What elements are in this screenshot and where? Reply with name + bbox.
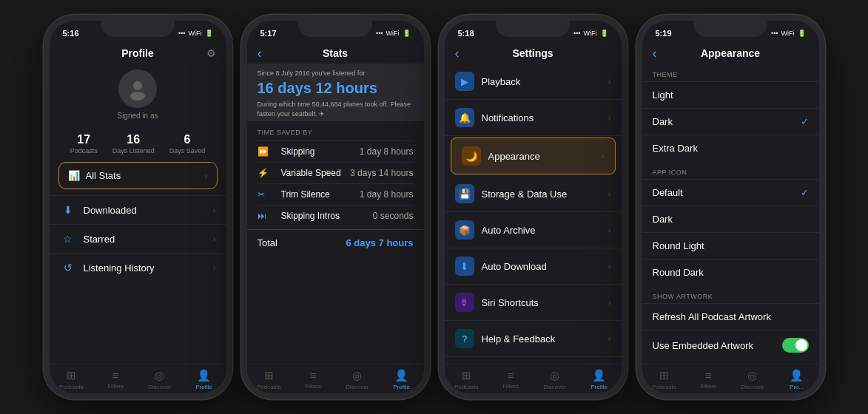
back-button[interactable]: ‹ [653, 46, 657, 61]
settings-item-opml[interactable]: ↔ Import/Export OPML › [445, 357, 622, 364]
menu-item-label: Downloaded [84, 205, 213, 216]
status-icons: ••• WiFi 🔋 [178, 30, 212, 37]
settings-item-siri[interactable]: 🎙 Siri Shortcuts › [445, 285, 622, 321]
icon-dark[interactable]: Dark [642, 206, 819, 232]
tab-podcasts[interactable]: ⊞ Podcasts [50, 369, 94, 390]
archive-icon: 📦 [455, 220, 474, 240]
icon-item-label: Round Light [653, 240, 809, 251]
settings-menu-label: Auto Archive [482, 225, 608, 236]
appearance-icon: 🌙 [462, 146, 481, 166]
all-stats-button[interactable]: 📊 All Stats › [58, 162, 218, 189]
tab-filters[interactable]: ≡ Filters [93, 369, 138, 390]
settings-item-storage[interactable]: 💾 Storage & Data Use › [445, 176, 622, 212]
settings-item-appearance[interactable]: 🌙 Appearance › [451, 138, 616, 174]
skip-icon: ⏩ [258, 146, 275, 157]
tab-profile[interactable]: 👤 Profile [577, 369, 622, 390]
tab-filters[interactable]: ≡ Filters [291, 369, 335, 390]
tab-discover[interactable]: ◎ Discover [730, 369, 775, 390]
tab-label: Pro... [790, 384, 804, 390]
embedded-artwork-toggle[interactable] [782, 338, 809, 353]
tab-label: Discover [148, 384, 171, 390]
theme-dark[interactable]: Dark ✓ [642, 108, 819, 135]
back-button[interactable]: ‹ [455, 46, 460, 61]
settings-item-auto-archive[interactable]: 📦 Auto Archive › [445, 212, 622, 248]
battery-icon: 🔋 [205, 30, 213, 37]
playback-icon: ▶ [455, 72, 474, 91]
tab-profile[interactable]: 👤 Pro... [775, 369, 819, 390]
settings-item-help[interactable]: ? Help & Feedback › [445, 321, 622, 357]
discover-tab-icon: ◎ [155, 369, 164, 382]
tab-podcasts[interactable]: ⊞ Podcasts [445, 369, 489, 390]
stat-num: 16 [127, 133, 140, 146]
theme-item-label: Extra Dark [653, 143, 809, 154]
download-icon: ⬇ [455, 257, 474, 276]
signed-in-label: Signed in as [117, 112, 158, 120]
history-icon: ↺ [60, 262, 76, 274]
stat-days-listened: 16 Days Listened [112, 133, 155, 155]
back-button[interactable]: ‹ [258, 46, 262, 61]
download-icon: ⬇ [60, 204, 76, 216]
settings-screen: ‹ Settings ▶ Playback › 🔔 Notifications … [445, 41, 622, 393]
total-row: Total 6 days 7 hours [247, 229, 424, 256]
settings-item-notifications[interactable]: 🔔 Notifications › [445, 100, 622, 136]
appearance-screen: ‹ Appearance THEME Light Dark ✓ Extra Da… [642, 41, 819, 393]
filters-tab-icon: ≡ [112, 369, 119, 381]
tab-podcasts[interactable]: ⊞ Podcasts [247, 369, 292, 390]
phone-profile: 5:16 ••• WiFi 🔋 Profile ⚙ Signed in as 1… [44, 15, 232, 399]
icon-default[interactable]: Default ✓ [642, 179, 819, 206]
stat-row-skipping-intros: ⏭ Skipping Intros 0 seconds [258, 205, 414, 226]
stat-row-name: Variable Speed [281, 168, 351, 178]
svg-point-0 [133, 81, 142, 90]
podcasts-tab-icon: ⊞ [67, 369, 76, 382]
wifi-icon: WiFi [781, 30, 795, 37]
discover-tab-icon: ◎ [352, 369, 362, 382]
stat-label: Days Listened [112, 147, 155, 155]
menu-item-downloaded[interactable]: ⬇ Downloaded › [50, 195, 226, 224]
artwork-embedded[interactable]: Use Embedded Artwork [642, 330, 819, 360]
signal-icon: ••• [376, 30, 383, 37]
tab-discover[interactable]: ◎ Discover [138, 369, 182, 390]
settings-menu-label: Auto Download [482, 261, 608, 272]
theme-extra-dark[interactable]: Extra Dark [642, 135, 819, 161]
tab-podcasts[interactable]: ⊞ Podcasts [642, 369, 687, 390]
icon-round-light[interactable]: Round Light [642, 232, 819, 259]
page-title: Profile [121, 47, 154, 59]
artwork-refresh[interactable]: Refresh All Podcast Artwork [642, 303, 819, 330]
tab-label: Filters [700, 383, 716, 390]
stat-row-value: 0 seconds [373, 211, 414, 221]
tab-discover[interactable]: ◎ Discover [533, 369, 577, 390]
tab-label: Profile [195, 384, 212, 390]
settings-menu-label: Playback [482, 76, 608, 87]
trim-icon: ✂ [258, 189, 275, 200]
settings-item-auto-download[interactable]: ⬇ Auto Download › [445, 248, 622, 285]
settings-menu-label: Siri Shortcuts [482, 297, 608, 308]
icon-item-label: Default [653, 187, 801, 198]
podcasts-tab-icon: ⊞ [659, 369, 669, 382]
gear-icon[interactable]: ⚙ [206, 47, 216, 59]
menu-item-starred[interactable]: ☆ Starred › [50, 224, 226, 253]
tab-profile[interactable]: 👤 Profile [380, 369, 424, 390]
chevron-right-icon: › [608, 189, 611, 198]
svg-point-1 [130, 92, 145, 101]
stat-row-trim-silence: ✂ Trim Silence 1 day 8 hours [258, 183, 414, 205]
tab-label: Profile [591, 384, 608, 390]
menu-item-listening-history[interactable]: ↺ Listening History › [50, 253, 226, 282]
signal-icon: ••• [178, 30, 185, 37]
icon-item-label: Dark [653, 214, 809, 225]
tab-discover[interactable]: ◎ Discover [335, 369, 380, 390]
tab-label: Filters [305, 383, 321, 390]
tab-bar: ⊞ Podcasts ≡ Filters ◎ Discover 👤 Profil… [50, 364, 226, 393]
tab-profile[interactable]: 👤 Profile [182, 369, 226, 390]
theme-light[interactable]: Light [642, 81, 819, 108]
tab-filters[interactable]: ≡ Filters [488, 369, 533, 390]
checkmark-icon: ✓ [801, 116, 809, 127]
nav-header: ‹ Appearance [642, 41, 819, 64]
tab-bar: ⊞ Podcasts ≡ Filters ◎ Discover 👤 Profil… [445, 364, 622, 393]
stat-num: 6 [184, 133, 191, 146]
chevron-right-icon: › [213, 234, 216, 243]
tab-filters[interactable]: ≡ Filters [686, 369, 730, 390]
icon-round-dark[interactable]: Round Dark [642, 259, 819, 285]
filters-tab-icon: ≡ [508, 369, 514, 381]
settings-item-playback[interactable]: ▶ Playback › [445, 64, 622, 100]
all-stats-label: All Stats [86, 170, 121, 181]
